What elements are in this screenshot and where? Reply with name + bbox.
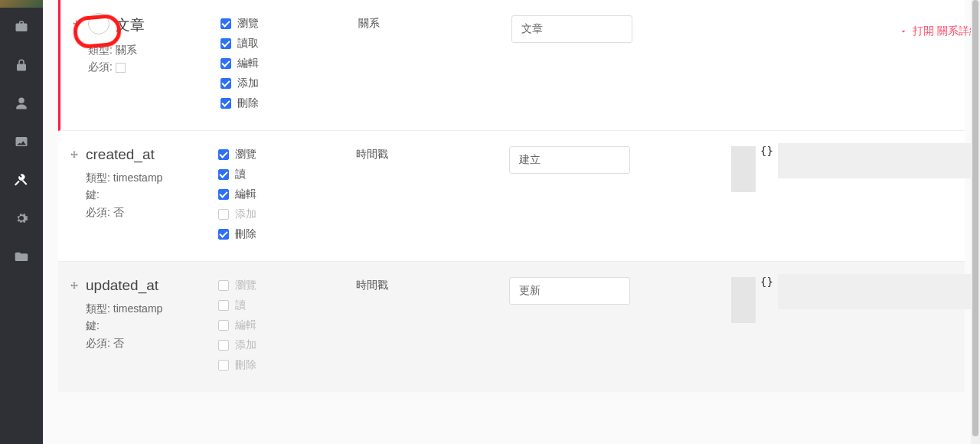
perm-delete[interactable]: 刪除 (218, 227, 356, 241)
checkbox-icon (218, 320, 229, 331)
perm-browse[interactable]: 瀏覽 (220, 17, 358, 31)
required-checkbox[interactable] (116, 63, 126, 73)
lock-icon (15, 58, 28, 72)
drag-handle[interactable] (69, 150, 80, 163)
checkbox-icon (218, 360, 229, 371)
perm-edit[interactable]: 編輯 (218, 188, 356, 201)
briefcase-icon (15, 20, 28, 34)
display-name-input[interactable] (509, 146, 630, 174)
move-icon (71, 19, 82, 30)
relation-indicator-icon (88, 13, 109, 34)
perm-browse[interactable]: 瀏覽 (218, 148, 356, 162)
permissions-list: 瀏覽 讀取 編輯 添加 刪除 (220, 15, 358, 110)
checkbox-icon (218, 280, 229, 291)
sidebar-item-gear[interactable] (0, 199, 43, 237)
perm-read[interactable]: 讀 (218, 299, 356, 312)
sidebar-item-tools[interactable] (0, 161, 43, 199)
json-editor-placeholder (778, 274, 980, 309)
json-swatch (731, 146, 756, 192)
checkbox-icon (220, 38, 231, 49)
expand-relation-link[interactable]: 打開 關系詳細內容 (733, 15, 980, 38)
field-name: created_at (86, 146, 155, 163)
display-name-input[interactable] (509, 277, 630, 305)
display-name-input[interactable] (511, 15, 632, 43)
permissions-list: 瀏覽 讀 編輯 添加 刪除 (218, 277, 356, 372)
field-type-label: 時間戳 (356, 277, 509, 372)
drag-handle[interactable] (71, 19, 82, 32)
json-braces: {} (760, 276, 773, 288)
perm-add[interactable]: 添加 (218, 338, 356, 352)
perm-read[interactable]: 讀取 (220, 37, 358, 51)
gear-icon (15, 211, 28, 225)
checkbox-icon (220, 98, 231, 109)
checkbox-icon (220, 78, 231, 89)
field-meta: 類型: timestamp 鍵: 必須: 否 (86, 169, 218, 220)
json-options-block[interactable]: {} (731, 277, 980, 323)
sidebar-item-image[interactable] (0, 122, 43, 161)
chevron-down-icon (899, 27, 908, 36)
perm-browse[interactable]: 瀏覽 (218, 279, 356, 292)
perm-edit[interactable]: 編輯 (218, 318, 356, 332)
field-name: 文章 (116, 15, 145, 35)
json-braces: {} (760, 145, 773, 157)
perm-edit[interactable]: 編輯 (220, 57, 358, 70)
perm-add[interactable]: 添加 (218, 207, 356, 221)
move-icon (69, 150, 80, 161)
json-options-block[interactable]: {} (731, 146, 980, 192)
sidebar-item-lock[interactable] (0, 46, 43, 84)
field-meta: 類型: 關系 必須: (88, 41, 220, 76)
field-meta: 類型: timestamp 鍵: 必須: 否 (86, 300, 218, 351)
checkbox-icon (218, 300, 229, 311)
drag-handle[interactable] (69, 281, 80, 294)
permissions-list: 瀏覽 讀 編輯 添加 刪除 (218, 146, 356, 241)
user-icon (15, 96, 28, 110)
sidebar-item-briefcase[interactable] (0, 8, 43, 46)
checkbox-icon (220, 58, 231, 69)
checkbox-icon (218, 340, 229, 351)
sidebar-avatar (0, 0, 43, 8)
field-name: updated_at (86, 277, 158, 294)
checkbox-icon (218, 169, 229, 180)
checkbox-icon (220, 18, 231, 29)
folder-icon (15, 250, 28, 263)
sidebar-item-folder[interactable] (0, 237, 43, 276)
json-editor-placeholder (778, 143, 980, 178)
field-type-label: 關系 (358, 15, 511, 110)
field-row-updated-at: updated_at 類型: timestamp 鍵: 必須: 否 瀏覽 讀 編… (58, 262, 965, 392)
checkbox-icon (218, 149, 229, 160)
scrollbar[interactable] (971, 0, 980, 444)
main-content: 文章 類型: 關系 必須: 瀏覽 讀取 編輯 添加 刪除 關系 (43, 0, 980, 444)
checkbox-icon (218, 229, 229, 240)
scrollbar-thumb[interactable] (972, 0, 978, 436)
perm-read[interactable]: 讀 (218, 168, 356, 181)
image-icon (15, 135, 28, 149)
checkbox-icon (218, 209, 229, 220)
sidebar (0, 0, 43, 444)
perm-add[interactable]: 添加 (220, 77, 358, 90)
perm-delete[interactable]: 刪除 (218, 358, 356, 372)
fields-panel: 文章 類型: 關系 必須: 瀏覽 讀取 編輯 添加 刪除 關系 (58, 0, 965, 392)
field-type-label: 時間戳 (356, 146, 509, 241)
sidebar-item-user[interactable] (0, 84, 43, 122)
tools-icon (15, 173, 28, 187)
field-row-created-at: created_at 類型: timestamp 鍵: 必須: 否 瀏覽 讀 編… (58, 131, 965, 262)
field-row-article: 文章 類型: 關系 必須: 瀏覽 讀取 編輯 添加 刪除 關系 (58, 0, 965, 131)
json-swatch (731, 277, 756, 323)
checkbox-icon (218, 189, 229, 200)
move-icon (69, 281, 80, 292)
perm-delete[interactable]: 刪除 (220, 96, 358, 110)
